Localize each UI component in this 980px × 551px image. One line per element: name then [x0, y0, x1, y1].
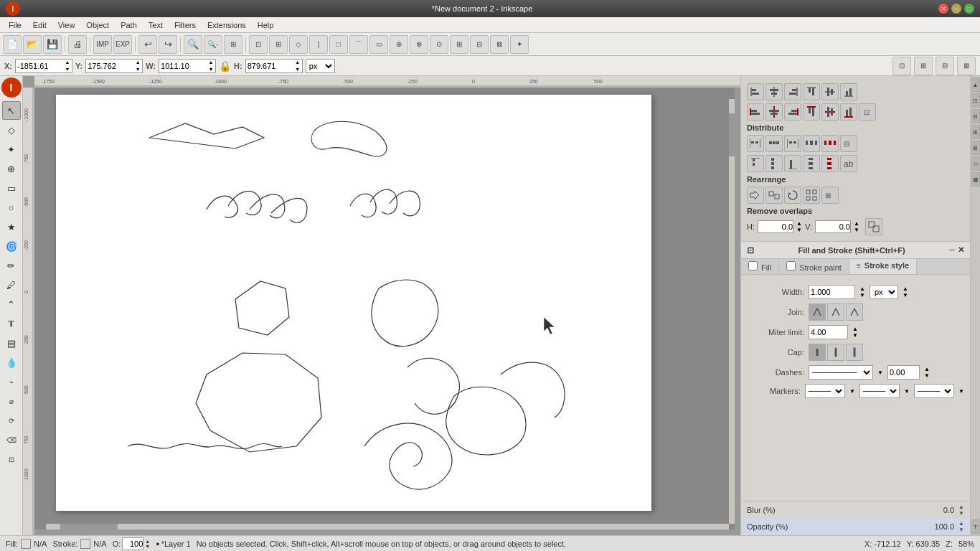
dash-pattern-select[interactable]: ──────── - - - - - · · · · · — [809, 365, 873, 380]
snap-guide[interactable]: | — [309, 35, 328, 54]
align-bottom-edges[interactable] — [840, 83, 857, 100]
export-button[interactable]: EXP — [113, 35, 132, 54]
text-tool[interactable]: T — [2, 314, 21, 333]
y-spin-up[interactable]: ▲ — [133, 59, 142, 66]
snap-right-5[interactable]: ⊠ — [971, 141, 980, 155]
calligraphy-tool[interactable]: ⌃ — [2, 295, 21, 314]
align-center-on-v-axis[interactable] — [765, 83, 783, 100]
canvas-content[interactable] — [34, 88, 735, 529]
snap-right-6[interactable]: ◇ — [971, 156, 980, 171]
menu-edit[interactable]: Edit — [27, 19, 52, 31]
fill-checkbox[interactable] — [748, 261, 758, 270]
snap-extra7[interactable]: ✦ — [510, 35, 529, 54]
cap-square[interactable] — [846, 344, 863, 361]
zoom-out-button[interactable]: 🔍- — [204, 35, 222, 54]
connector-tool[interactable]: ⌁ — [2, 372, 21, 391]
panel-minimize-icon[interactable]: ─ — [949, 245, 955, 255]
measure-tool[interactable]: ⌀ — [2, 392, 21, 410]
join-round[interactable] — [827, 303, 844, 321]
node-tool[interactable]: ◇ — [2, 121, 21, 139]
select-tool[interactable]: ↖ — [2, 101, 21, 120]
snap-extra6[interactable]: ⊠ — [490, 35, 509, 54]
align-top-edges[interactable] — [803, 83, 820, 100]
open-button[interactable]: 📂 — [23, 35, 42, 54]
align-bottom-anchor[interactable] — [840, 103, 857, 121]
unit-spin-down[interactable]: ▼ — [903, 292, 908, 298]
snap-right-1[interactable]: ▲ — [971, 77, 980, 92]
transform-btn4[interactable]: ⊠ — [957, 57, 976, 75]
dashes-spin-down[interactable]: ▼ — [924, 372, 930, 379]
v-spin-down[interactable]: ▼ — [854, 227, 859, 233]
exchange-positions[interactable] — [747, 187, 764, 204]
paint-bucket[interactable]: ⊡ — [2, 450, 21, 468]
dashes-offset-input[interactable] — [887, 365, 920, 380]
tab-stroke-style[interactable]: ≡ Stroke style — [849, 259, 917, 274]
width-spin-up[interactable]: ▲ — [859, 286, 865, 292]
opacity-spin-down[interactable]: ▼ — [958, 527, 964, 533]
miter-spin-up[interactable]: ▲ — [852, 326, 858, 332]
h-spin-up[interactable]: ▲ — [293, 59, 302, 66]
dist-right-edges[interactable] — [784, 135, 801, 152]
menu-object[interactable]: Object — [80, 19, 115, 31]
new-button[interactable]: 📄 — [3, 35, 22, 54]
minimize-button[interactable]: ─ — [951, 4, 961, 14]
redo-button[interactable]: ↪ — [159, 35, 177, 54]
make-grid[interactable] — [803, 187, 820, 204]
undo-button[interactable]: ↩ — [138, 35, 157, 54]
opacity-spin-up[interactable]: ▲ — [958, 520, 964, 527]
exchange2[interactable] — [765, 187, 783, 204]
w-input[interactable] — [161, 62, 205, 70]
canvas-area[interactable]: -1750 -1500 -1250 -1000 -750 -500 -250 0… — [23, 76, 740, 535]
tab-fill[interactable]: Fill — [741, 259, 779, 274]
save-button[interactable]: 💾 — [43, 35, 62, 54]
opacity-status-input[interactable] — [122, 537, 143, 550]
x-input[interactable] — [17, 62, 62, 70]
rearrange-extra[interactable]: ⊞ — [821, 187, 839, 204]
snap-extra5[interactable]: ⊟ — [470, 35, 489, 54]
y-input[interactable] — [88, 62, 132, 70]
star-tool[interactable]: ★ — [2, 217, 21, 236]
pencil-tool[interactable]: ✏ — [2, 256, 21, 275]
circle-tool[interactable]: ○ — [2, 198, 21, 217]
menu-file[interactable]: File — [3, 19, 27, 31]
miter-spin-down[interactable]: ▼ — [852, 332, 858, 339]
pen-tool[interactable]: 🖊 — [2, 276, 21, 294]
blur-spin-down[interactable]: ▼ — [958, 510, 964, 517]
snap-page[interactable]: □ — [329, 35, 348, 54]
width-input[interactable] — [809, 285, 855, 299]
eraser-tool[interactable]: ⌫ — [2, 430, 21, 449]
snap-bbox[interactable]: ▭ — [369, 35, 388, 54]
dist-centers-h[interactable] — [765, 135, 783, 152]
align-top-anchor[interactable] — [803, 103, 820, 121]
zoom-fit-button[interactable]: ⊞ — [224, 35, 242, 54]
align-left-edges[interactable] — [747, 83, 764, 100]
width-unit-select[interactable]: px mm pt — [870, 285, 898, 299]
snap-extra1[interactable]: ⊕ — [390, 35, 408, 54]
h-spin-down[interactable]: ▼ — [293, 66, 302, 73]
v-spin-up[interactable]: ▲ — [854, 220, 859, 227]
dist-spacing-v[interactable] — [803, 155, 820, 172]
join-bevel[interactable] — [846, 303, 863, 321]
menu-filters[interactable]: Filters — [169, 19, 202, 31]
align-right-edges[interactable] — [784, 83, 801, 100]
snap-extra3[interactable]: ⊙ — [430, 35, 448, 54]
dist-baseline[interactable]: ab — [840, 155, 857, 172]
scrollbar-vertical[interactable] — [729, 99, 735, 524]
miter-input[interactable] — [809, 325, 848, 339]
h-input[interactable] — [248, 62, 292, 70]
dist-centers-v[interactable] — [765, 155, 783, 172]
tab-stroke-paint[interactable]: Stroke paint — [779, 259, 849, 274]
import-button[interactable]: IMP — [93, 35, 112, 54]
w-spin-down[interactable]: ▼ — [207, 66, 215, 73]
maximize-button[interactable]: □ — [964, 4, 974, 14]
menu-extensions[interactable]: Extensions — [202, 19, 252, 31]
print-button[interactable]: 🖨 — [68, 35, 87, 54]
align-right-anchor[interactable] — [784, 103, 801, 121]
join-miter[interactable] — [809, 303, 826, 321]
spiral-tool[interactable]: 🌀 — [2, 237, 21, 255]
transform-btn1[interactable]: ⊡ — [892, 57, 911, 75]
menu-path[interactable]: Path — [115, 19, 143, 31]
panel-close-icon[interactable]: ✕ — [958, 245, 964, 255]
align-center-anchor[interactable] — [765, 103, 783, 121]
snap-right-4[interactable]: ⊞ — [971, 125, 980, 139]
